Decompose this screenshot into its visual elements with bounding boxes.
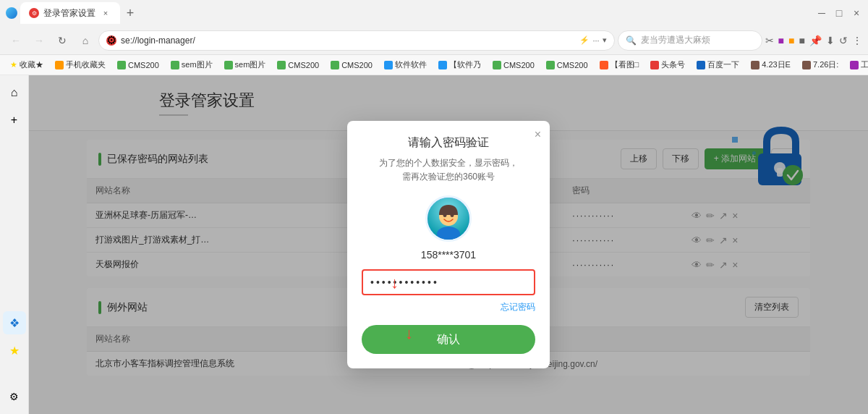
address-text: se://login-manager/ xyxy=(121,35,575,46)
browser-frame: ⚙ 登录管家设置 × + ─ □ × ← → ↻ ⌂ ⚙ se://login-… xyxy=(0,0,868,414)
bookmark-sem1-label: sem图片 xyxy=(182,59,213,70)
sidebar-home-button[interactable]: ⌂ xyxy=(3,81,26,104)
password-verification-input[interactable] xyxy=(362,269,535,295)
modal-input-wrapper xyxy=(362,269,535,295)
sidebar-app-button[interactable]: ❖ xyxy=(3,311,26,334)
bookmark-favorites[interactable]: ★ 收藏★ xyxy=(6,58,48,72)
modal-forgot-password[interactable]: 忘记密码 xyxy=(362,301,535,313)
tab-close-button[interactable]: × xyxy=(100,7,111,19)
menu-more-icon[interactable]: ⋮ xyxy=(852,35,862,46)
extension3-icon[interactable]: ■ xyxy=(799,35,805,46)
window-controls: ─ □ × xyxy=(816,7,862,19)
undo-icon[interactable]: ↺ xyxy=(839,35,848,46)
address-more-icon[interactable]: ··· xyxy=(592,36,599,45)
address-security-icon: ⚙ xyxy=(106,35,116,46)
bookmark-image[interactable]: 【看图□ xyxy=(595,58,644,72)
bookmark-toutiao[interactable]: 头条号 xyxy=(646,58,689,72)
sidebar-add-button[interactable]: + xyxy=(3,109,26,132)
extension1-icon[interactable]: ■ xyxy=(778,35,784,46)
pin-icon[interactable]: 📌 xyxy=(809,35,822,46)
bookmark-cms1[interactable]: CMS200 xyxy=(113,59,163,71)
left-sidebar: ⌂ + ❖ ★ ⚙ xyxy=(0,75,29,414)
bookmark-sem2-label: sem图片 xyxy=(235,59,266,70)
address-actions: ⚡ ··· ▾ xyxy=(579,35,606,45)
modal-confirm-button[interactable]: 确认 xyxy=(362,325,535,354)
bookmark-cms4[interactable]: CMS200 xyxy=(488,59,539,71)
forward-button[interactable]: → xyxy=(29,30,49,51)
address-bar[interactable]: ⚙ se://login-manager/ ⚡ ··· ▾ xyxy=(98,30,615,51)
refresh-button[interactable]: ↻ xyxy=(52,30,72,51)
tab-favicon-icon: ⚙ xyxy=(29,8,39,18)
page-content: 登录管家设置 xyxy=(29,75,868,414)
modal-title: 请输入密码验证 xyxy=(362,135,535,151)
maximize-button[interactable]: □ xyxy=(833,7,845,19)
browser-logo-icon xyxy=(6,7,17,19)
extension2-icon[interactable]: ■ xyxy=(788,35,794,46)
bookmark-star-icon[interactable]: ⚡ xyxy=(579,35,590,45)
toolbar-actions: ✂ ■ ■ ■ 📌 ⬇ ↺ ⋮ xyxy=(765,35,862,46)
modal-avatar xyxy=(425,195,472,242)
close-button[interactable]: × xyxy=(851,7,862,19)
bookmark-favorites-label: 收藏★ xyxy=(20,59,43,70)
active-tab[interactable]: ⚙ 登录管家设置 × xyxy=(20,2,120,24)
sidebar-settings-button[interactable]: ⚙ xyxy=(3,385,26,408)
search-bar[interactable]: 🔍 麦当劳遭遇大麻烦 xyxy=(618,30,762,51)
bookmark-mobile-label: 手机收藏夹 xyxy=(66,59,106,70)
sidebar-star-button[interactable]: ★ xyxy=(3,339,26,362)
bookmarks-bar: ★ 收藏★ 手机收藏夹 CMS200 sem图片 sem图片 CMS200 CM… xyxy=(0,55,868,75)
modal-avatar-container xyxy=(362,195,535,246)
search-placeholder-text: 麦当劳遭遇大麻烦 xyxy=(641,34,710,46)
bookmark-cms2[interactable]: CMS200 xyxy=(273,59,323,71)
modal-phone-number: 158****3701 xyxy=(362,249,535,261)
back-button[interactable]: ← xyxy=(6,30,26,51)
cut-icon[interactable]: ✂ xyxy=(765,35,774,46)
address-dropdown-icon[interactable]: ▾ xyxy=(603,35,607,45)
modal-close-button[interactable]: × xyxy=(535,128,541,141)
browser-content: ⌂ + ❖ ★ ⚙ 登录管家设置 xyxy=(0,75,868,414)
download-icon[interactable]: ⬇ xyxy=(826,35,835,46)
bookmark-cms3[interactable]: CMS200 xyxy=(326,59,377,71)
bookmark-sem1[interactable]: sem图片 xyxy=(166,58,217,72)
tab-bar: ⚙ 登录管家设置 × + xyxy=(20,2,813,24)
bookmark-cms1-label: CMS200 xyxy=(128,61,159,69)
bookmark-baidu[interactable]: 百度一下 xyxy=(692,58,744,72)
bookmark-sem2[interactable]: sem图片 xyxy=(220,58,271,72)
bookmark-date1[interactable]: 4.23日E xyxy=(746,58,795,72)
modal-description: 为了您的个人数据安全，显示密码，需再次验证您的360账号 xyxy=(362,156,535,184)
bookmark-cms5[interactable]: CMS200 xyxy=(542,59,592,71)
nav-bar: ← → ↻ ⌂ ⚙ se://login-manager/ ⚡ ··· ▾ 🔍 … xyxy=(0,26,868,55)
password-verification-modal: × 请输入密码验证 为了您的个人数据安全，显示密码，需再次验证您的360账号 xyxy=(347,121,550,368)
tab-title-label: 登录管家设置 xyxy=(43,7,95,20)
bookmark-work[interactable]: 工作收藏 xyxy=(846,58,868,72)
bookmark-mobile[interactable]: 手机收藏夹 xyxy=(51,58,110,72)
browser-logo-area xyxy=(6,7,17,19)
minimize-button[interactable]: ─ xyxy=(816,7,827,19)
modal-overlay: × 请输入密码验证 为了您的个人数据安全，显示密码，需再次验证您的360账号 xyxy=(29,75,868,414)
home-button[interactable]: ⌂ xyxy=(75,30,95,51)
new-tab-button[interactable]: + xyxy=(120,3,140,23)
title-bar: ⚙ 登录管家设置 × + ─ □ × xyxy=(0,0,868,26)
bookmark-software[interactable]: 软件软件 xyxy=(380,58,431,72)
bookmark-software2[interactable]: 【软件乃 xyxy=(434,58,485,72)
bookmark-date2[interactable]: 7.26日: xyxy=(798,58,843,72)
